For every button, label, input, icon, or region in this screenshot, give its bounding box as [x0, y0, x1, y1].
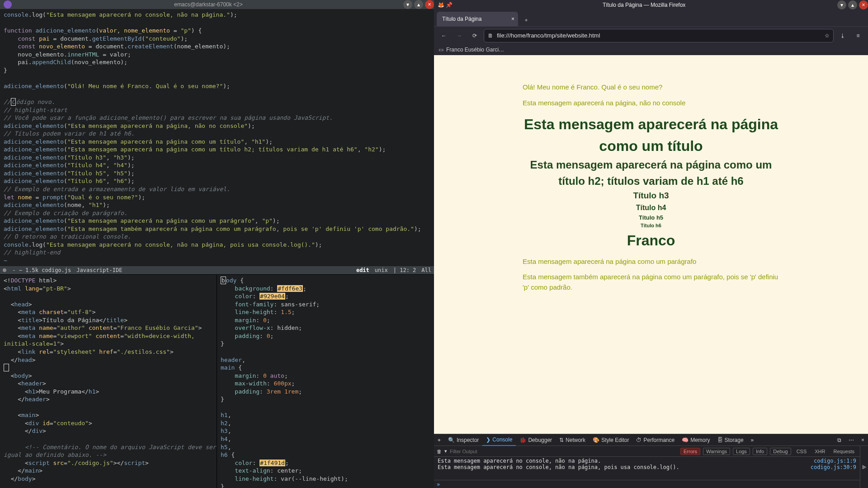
nav-toolbar: ← → ⟳ 🗎 ☆ ⭳ ≡ [434, 26, 868, 44]
ml-file: - − 1.5k codigo.js [9, 267, 71, 273]
url-bar[interactable]: 🗎 ☆ [484, 29, 834, 42]
page-text: Olá! Meu nome é Franco. Qual é o seu nom… [523, 82, 779, 93]
firefox-titlebar: 🦊 📌 Título da Página — Mozilla Firefox ▾… [434, 0, 868, 10]
devtools-close-icon[interactable]: × [858, 434, 868, 446]
new-tab-button[interactable]: ＋ [520, 14, 533, 26]
tab-storage[interactable]: 🗄 Storage [714, 434, 747, 446]
page-h6: Título h6 [523, 222, 779, 230]
bookmarks-bar: ▭ Franco Eusébio Garci… [434, 44, 868, 55]
close-icon[interactable]: × [859, 0, 868, 9]
emacs-logo-icon [4, 0, 12, 9]
css-code[interactable]: body { background: #fdf6e3; color: #929e… [217, 275, 434, 488]
menu-icon[interactable]: ≡ [852, 29, 864, 42]
editor-bottom-split: <!DOCTYPE html> <html lang="pt-BR"> <hea… [0, 274, 434, 488]
editor-pane-html[interactable]: <!DOCTYPE html> <html lang="pt-BR"> <hea… [0, 275, 217, 488]
console-filter-bar: 🗑 ▾ Errors Warnings Logs Info Debug CSS … [434, 446, 860, 457]
tab-style-editor[interactable]: 🎨 Style Editor [589, 434, 632, 446]
chip-warnings[interactable]: Warnings [703, 448, 730, 455]
chip-requests[interactable]: Requests [831, 448, 857, 455]
tab-title: Título da Página [442, 16, 481, 22]
console-prompt[interactable]: » [434, 480, 860, 488]
pocket-icon[interactable]: ⭳ [836, 29, 849, 42]
firefox-logo-icon: 🦊 📌 [438, 2, 453, 8]
page-text: Esta mensagem aparecerá na página, não n… [523, 98, 779, 108]
console-source-link[interactable]: codigo.js:1:9 [814, 458, 856, 464]
html-code[interactable]: <!DOCTYPE html> <html lang="pt-BR"> <hea… [0, 275, 217, 488]
trash-icon[interactable]: 🗑 [437, 449, 442, 454]
tab-strip: Título da Página × ＋ [434, 10, 868, 26]
chip-errors[interactable]: Errors [680, 448, 700, 455]
emacs-window: emacs@darkstar-6700k <2> ▾ ▴ × console.l… [0, 0, 434, 488]
maximize-icon[interactable]: ▴ [848, 0, 857, 9]
browser-tab[interactable]: Título da Página × [437, 12, 518, 26]
console-row: Esta mensagem aparecerá no console, não … [438, 458, 856, 464]
console-output[interactable]: Esta mensagem aparecerá no console, não … [434, 457, 860, 480]
firefox-window: 🦊 📌 Título da Página — Mozilla Firefox ▾… [434, 0, 868, 488]
chip-css[interactable]: CSS [794, 448, 810, 455]
ml-scroll: All [421, 267, 431, 273]
js-code[interactable]: console.log("Esta mensagem aparecerá no … [0, 9, 434, 274]
devtools-dock-icon[interactable]: ⧉ [834, 434, 845, 446]
ml-pos: 12: 2 [400, 267, 416, 273]
tab-close-icon[interactable]: × [511, 16, 514, 22]
editor-pane-js[interactable]: console.log("Esta mensagem aparecerá no … [0, 9, 434, 274]
maximize-icon[interactable]: ▴ [414, 0, 423, 9]
close-icon[interactable]: × [425, 0, 434, 9]
chip-logs[interactable]: Logs [733, 448, 750, 455]
page-h5: Título h5 [523, 213, 779, 222]
tab-memory[interactable]: 🧠 Memory [678, 434, 713, 446]
file-icon: 🗎 [488, 33, 493, 39]
page-h1: Esta mensagem aparecerá na página como u… [523, 113, 779, 157]
chip-info[interactable]: Info [753, 448, 767, 455]
ml-mode: Javascript-IDE [76, 267, 122, 273]
chip-debug[interactable]: Debug [770, 448, 791, 455]
page-h3: Título h3 [523, 189, 779, 202]
minimize-icon[interactable]: ▾ [837, 0, 846, 9]
forward-button[interactable]: → [453, 29, 466, 42]
devtools: ⌖ 🔍 Inspector ❯ Console 🐞 Debugger ⇅ Net… [434, 434, 868, 488]
page-text: Esta mensagem também aparecerá na página… [523, 272, 779, 292]
emacs-titlebar: emacs@darkstar-6700k <2> ▾ ▴ × [0, 0, 434, 9]
bookmark-item[interactable]: Franco Eusébio Garci… [446, 47, 504, 53]
console-row: Esta mensagem aparecerá no console, não … [438, 464, 856, 470]
tab-console[interactable]: ❯ Console [482, 434, 516, 446]
rendered-page: Olá! Meu nome é Franco. Qual é o seu nom… [434, 55, 868, 434]
bookmark-folder-icon: ▭ [439, 47, 443, 53]
console-source-link[interactable]: codigo.js:30:9 [811, 464, 856, 470]
back-button[interactable]: ← [438, 29, 450, 42]
tab-network[interactable]: ⇅ Network [556, 434, 589, 446]
filter-icon: ▾ [444, 448, 447, 454]
tab-performance[interactable]: ⏱ Performance [632, 434, 678, 446]
page-h2: Esta mensagem aparecerá na página como u… [523, 157, 779, 189]
editor-pane-css[interactable]: body { background: #fdf6e3; color: #929e… [217, 275, 434, 488]
devtools-tabs: ⌖ 🔍 Inspector ❯ Console 🐞 Debugger ⇅ Net… [434, 434, 868, 446]
tab-debugger[interactable]: 🐞 Debugger [516, 434, 556, 446]
ml-edit: edit [356, 267, 369, 273]
reload-button[interactable]: ⟳ [468, 29, 481, 42]
filter-input[interactable] [450, 449, 678, 454]
emacs-title-text: emacs@darkstar-6700k <2> [15, 1, 401, 8]
ml-enc: unix [375, 267, 388, 273]
devtools-menu-icon[interactable]: ⋯ [845, 434, 858, 446]
tab-inspector[interactable]: 🔍 Inspector [444, 434, 482, 446]
minimize-icon[interactable]: ▾ [403, 0, 412, 9]
console-msg: Esta mensagem aparecerá no console, não … [438, 464, 811, 470]
bookmark-star-icon[interactable]: ☆ [825, 33, 830, 39]
tabs-overflow-icon[interactable]: » [747, 434, 758, 446]
devtools-picker-icon[interactable]: ⌖ [434, 434, 444, 446]
page-h1-name: Franco [523, 230, 779, 251]
chip-xhr[interactable]: XHR [812, 448, 828, 455]
page-h4: Título h4 [523, 202, 779, 213]
console-msg: Esta mensagem aparecerá no console, não … [438, 458, 814, 464]
modeline-js: - − 1.5k codigo.js Javascript-IDE edit u… [0, 266, 434, 274]
console-sidebar-toggle-icon[interactable]: ⫸ [860, 446, 868, 488]
url-input[interactable] [497, 32, 821, 39]
page-text: Esta mensagem aparecerá na página como u… [523, 257, 779, 267]
firefox-title-text: Título da Página — Mozilla Firefox [453, 2, 835, 8]
